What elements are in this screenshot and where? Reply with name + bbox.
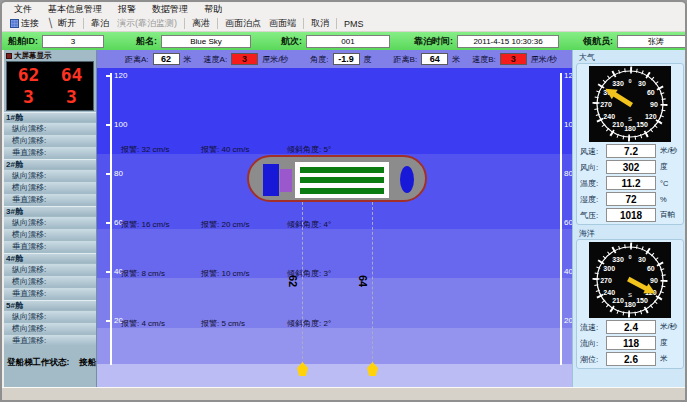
toolbar-separator (303, 18, 304, 29)
speed-a-value: 3 (231, 53, 258, 65)
connect-button[interactable]: 连接 (6, 16, 43, 31)
ship-bow-block (263, 164, 279, 196)
drift-group-4: 4#舱 纵向漂移: 横向漂移: 垂直漂移: (4, 253, 96, 299)
svg-text:330: 330 (612, 256, 624, 263)
drift-group-5: 5#舱 纵向漂移: 横向漂移: 垂直漂移: (4, 300, 96, 346)
svg-text:240: 240 (603, 289, 615, 296)
svg-text:120: 120 (645, 113, 657, 120)
svg-text:60: 60 (647, 89, 655, 96)
range-value-b: 64 (357, 275, 369, 287)
vertical-drift-label: 垂直漂移: (4, 335, 96, 346)
ship-cabin-block (280, 169, 292, 192)
ocean-section-title: 海洋 (575, 227, 685, 239)
svg-text:270: 270 (600, 277, 612, 284)
menu-alarm[interactable]: 报警 (118, 3, 136, 16)
svg-text:300: 300 (603, 265, 615, 272)
menu-data[interactable]: 数据管理 (152, 3, 188, 16)
weather-section: 0 30 60 90 120 150 180 210 240 270 300 3… (576, 63, 684, 225)
svg-text:90: 90 (650, 101, 658, 108)
longitudinal-drift-label: 纵向漂移: (4, 311, 96, 322)
wind-direction-row: 风向: 302 度 (580, 160, 680, 174)
toolbar-separator (217, 18, 218, 29)
longitudinal-drift-label: 纵向漂移: (4, 170, 96, 181)
axis-tick: 40 (564, 267, 572, 276)
svg-text:240: 240 (603, 113, 615, 120)
ladder-status: 登船梯工作状态:接船 (4, 357, 96, 369)
ship-name-label: 船名: (136, 35, 157, 48)
voyage-field[interactable]: 001 (306, 35, 390, 48)
alarm-threshold-line: 报警: 16 cm/s报警: 20 cm/s倾斜角度: 4° (121, 219, 331, 230)
berth-button[interactable]: 靠泊 (87, 16, 113, 31)
pilot-label: 领航员: (583, 35, 613, 48)
wind-speed-row: 风速: 7.2 米/秒 (580, 144, 680, 158)
pms-button[interactable]: PMS (340, 18, 368, 30)
tide-level-row: 潮位: 2.6 米 (580, 352, 680, 366)
distance-a-unit: 米 (184, 54, 192, 65)
measurement-bar: 距离A: 62 米 速度A: 3 厘米/秒 角度: -1.9 度 距离B: 64… (97, 50, 572, 68)
dock-strip (97, 364, 572, 387)
range-value-a: 62 (287, 275, 299, 287)
ship-id-field[interactable]: 3 (42, 35, 104, 48)
toolbar-separator (83, 18, 84, 29)
screen-side-button[interactable]: 画面端 (265, 16, 300, 31)
axis-tick: 100 (564, 120, 572, 129)
longitudinal-drift-label: 纵向漂移: (4, 217, 96, 228)
weather-section-title: 大气 (575, 51, 685, 63)
axis-tick: 20 (564, 316, 572, 325)
big-display-title: 大屏幕显示 (4, 50, 96, 61)
chart-band (97, 328, 572, 364)
disconnect-icon: ╲ (47, 19, 56, 28)
pilot-field[interactable]: 张涛 (617, 35, 687, 48)
south-marker: S (628, 116, 632, 122)
ship-name-field[interactable]: Blue Sky (161, 35, 251, 48)
menu-basic-info[interactable]: 基本信息管理 (48, 3, 102, 16)
led-display: 62 64 3 3 (6, 61, 94, 111)
wind-direction-gauge: 0 30 60 90 120 150 180 210 240 270 300 3… (589, 66, 671, 142)
svg-text:210: 210 (612, 297, 624, 304)
svg-text:30: 30 (638, 80, 646, 87)
distance-b-label: 距离B: (394, 54, 418, 65)
distance-a-value: 62 (153, 53, 180, 65)
menu-help[interactable]: 帮助 (204, 3, 222, 16)
group-header: 3#舱 (4, 206, 96, 216)
current-direction-value: 118 (606, 336, 656, 350)
berth-time-label: 靠泊时间: (414, 35, 453, 48)
menu-file[interactable]: 文件 (14, 3, 32, 16)
status-bar (2, 387, 685, 402)
current-speed-row: 流速: 2.4 米/秒 (580, 320, 680, 334)
drift-group-3: 3#舱 纵向漂移: 横向漂移: 垂直漂移: (4, 206, 96, 252)
berthing-chart: 120 100 80 60 40 20 120 100 80 60 40 20 … (97, 68, 572, 387)
led-speed-b: 3 (66, 88, 77, 106)
current-speed-value: 2.4 (606, 320, 656, 334)
svg-text:150: 150 (636, 121, 648, 128)
svg-text:90: 90 (650, 277, 658, 284)
disconnect-button[interactable]: ╲断开 (43, 16, 80, 31)
svg-text:0: 0 (628, 78, 631, 84)
svg-text:270: 270 (600, 101, 612, 108)
berth-point-button[interactable]: 画面泊点 (221, 16, 265, 31)
lateral-drift-label: 横向漂移: (4, 323, 96, 334)
chart-band (97, 68, 572, 154)
wind-speed-value: 7.2 (606, 144, 656, 158)
led-speed-a: 3 (23, 88, 34, 106)
distance-b-unit: 米 (452, 54, 460, 65)
range-line-b (372, 202, 373, 364)
app-window: 文件 基本信息管理 报警 数据管理 帮助 连接 ╲断开 靠泊 演示(靠泊监测) … (0, 0, 687, 402)
ship-graphic (247, 155, 427, 202)
ship-deck (295, 162, 389, 198)
wind-direction-value: 302 (606, 160, 656, 174)
ship-stern-block (400, 166, 414, 193)
berth-time-field[interactable]: 2011-4-15 10:30:36 (457, 35, 559, 48)
depart-button[interactable]: 离港 (188, 16, 214, 31)
cancel-button[interactable]: 取消 (307, 16, 333, 31)
distance-b-value: 64 (421, 53, 448, 65)
vertical-drift-label: 垂直漂移: (4, 147, 96, 158)
connect-icon (10, 19, 19, 28)
pressure-value: 1018 (606, 208, 656, 222)
lateral-drift-label: 横向漂移: (4, 135, 96, 146)
speed-b-label: 速度B: (472, 54, 496, 65)
vertical-drift-label: 垂直漂移: (4, 241, 96, 252)
angle-value: -1.9 (333, 53, 360, 65)
axis-tick: 120 (114, 71, 127, 80)
svg-text:60: 60 (647, 265, 655, 272)
